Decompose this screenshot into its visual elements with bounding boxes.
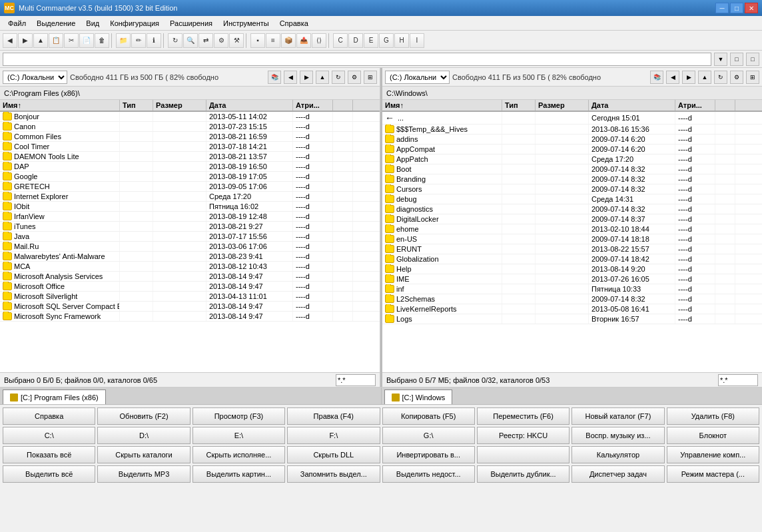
tb-drive-d[interactable]: D xyxy=(348,33,363,48)
btn-move[interactable]: Переместить (F6) xyxy=(477,407,570,425)
tb-up[interactable]: ▲ xyxy=(33,33,48,48)
right-col-type[interactable]: Тип xyxy=(502,100,536,111)
left-file-row[interactable]: Microsoft Office 2013-08-14 9:47 ----d xyxy=(0,282,380,292)
btn-drive-g[interactable]: G:\ xyxy=(382,427,475,444)
right-file-row[interactable]: Boot 2009-07-14 8:32 ----d xyxy=(382,164,762,174)
btn-select-all[interactable]: Выделить всё xyxy=(3,465,95,483)
right-file-row[interactable]: IME 2013-07-26 16:05 ----d xyxy=(382,274,762,284)
btn-drive-c[interactable]: C:\ xyxy=(3,427,95,444)
left-file-row[interactable]: Microsoft Silverlight 2013-04-13 11:01 -… xyxy=(0,292,380,302)
address-input[interactable] xyxy=(3,53,711,66)
left-file-row[interactable]: Java 2013-07-17 15:56 ----d xyxy=(0,232,380,242)
right-nav-back[interactable]: ◀ xyxy=(666,71,679,84)
right-file-row[interactable]: ← ... Сегодня 15:01 ----d xyxy=(382,112,762,125)
left-col-size[interactable]: Размер xyxy=(153,100,206,111)
left-tab-1[interactable]: [C:] Program Files (x86) xyxy=(3,390,106,404)
btn-save-sel[interactable]: Запомнить выдел... xyxy=(287,465,380,483)
tb-search[interactable]: 🔍 xyxy=(183,33,198,48)
menu-help[interactable]: Справка xyxy=(274,18,314,29)
right-file-row[interactable]: Globalization 2009-07-14 18:42 ----d xyxy=(382,254,762,264)
btn-hide-dll[interactable]: Скрыть DLL xyxy=(287,446,380,463)
left-file-row[interactable]: Cool Timer 2013-07-18 14:21 ----d xyxy=(0,142,380,152)
btn-drive-e[interactable]: E:\ xyxy=(192,427,285,444)
btn-show-all[interactable]: Показать всё xyxy=(3,446,95,463)
left-nav-back[interactable]: ◀ xyxy=(284,71,297,84)
menu-file[interactable]: Файл xyxy=(3,18,31,29)
left-nav-grid[interactable]: ⊞ xyxy=(364,71,377,84)
right-nav-bookmark[interactable]: 📚 xyxy=(650,71,663,84)
btn-newdir[interactable]: Новый каталог (F7) xyxy=(572,407,664,425)
tb-archive[interactable]: 📦 xyxy=(281,33,296,48)
right-file-row[interactable]: AppCompat 2009-07-14 6:20 ----d xyxy=(382,144,762,154)
left-col-type[interactable]: Тип xyxy=(120,100,153,111)
right-file-row[interactable]: diagnostics 2009-07-14 8:32 ----d xyxy=(382,204,762,214)
left-col-attr[interactable]: Атри... xyxy=(293,100,333,111)
left-col-name[interactable]: Имя↑ xyxy=(0,100,120,111)
right-file-row[interactable]: debug Среда 14:31 ----d xyxy=(382,194,762,204)
address-btn3[interactable]: □ xyxy=(746,53,759,66)
tb-settings[interactable]: ⚒ xyxy=(229,33,244,48)
left-file-row[interactable]: Internet Explorer Среда 17:20 ----d xyxy=(0,192,380,202)
tb-filter[interactable]: ⚙ xyxy=(214,33,228,48)
btn-delete[interactable]: Удалить (F8) xyxy=(667,407,759,425)
right-filter-input[interactable] xyxy=(718,374,758,386)
btn-help[interactable]: Справка xyxy=(3,407,95,425)
right-file-row[interactable]: DigitalLocker 2009-07-14 8:37 ----d xyxy=(382,214,762,224)
right-nav-forward[interactable]: ▶ xyxy=(682,71,695,84)
right-file-row[interactable]: ERUNT 2013-08-22 15:57 ----d xyxy=(382,244,762,254)
btn-invert[interactable]: Инвертировать в... xyxy=(382,446,475,463)
left-drive-select[interactable]: (C:) Локальни xyxy=(3,71,67,84)
left-file-row[interactable]: Bonjour 2013-05-11 14:02 ----d xyxy=(0,112,380,122)
left-filter-input[interactable] xyxy=(336,374,376,386)
btn-wizard[interactable]: Режим мастера (... xyxy=(667,465,759,483)
right-file-row[interactable]: Help 2013-08-14 9:20 ----d xyxy=(382,264,762,274)
right-drive-select[interactable]: (C:) Локальни xyxy=(385,71,450,84)
btn-music[interactable]: Воспр. музыку из... xyxy=(572,427,664,444)
btn-drive-f[interactable]: F:\ xyxy=(287,427,380,444)
left-file-row[interactable]: Common Files 2013-08-21 16:59 ----d xyxy=(0,132,380,142)
tb-cut[interactable]: ✂ xyxy=(64,33,79,48)
tb-drive-g[interactable]: G xyxy=(379,33,394,48)
left-col-date[interactable]: Дата xyxy=(206,100,293,111)
btn-refresh[interactable]: Обновить (F2) xyxy=(97,407,190,425)
right-col-date[interactable]: Дата xyxy=(589,100,675,111)
left-file-row[interactable]: DAEMON Tools Lite 2013-08-21 13:57 ----d xyxy=(0,152,380,162)
tb-drive-e[interactable]: E xyxy=(364,33,378,48)
tb-split[interactable]: ⟨⟩ xyxy=(312,33,326,48)
tb-new-folder[interactable]: 📁 xyxy=(116,33,131,48)
right-file-row[interactable]: $$$Temp_&&&_Hives 2013-08-16 15:36 ----d xyxy=(382,125,762,134)
menu-selection[interactable]: Выделение xyxy=(31,18,81,29)
btn-sel-dupes[interactable]: Выделить дублик... xyxy=(477,465,570,483)
tb-delete[interactable]: 🗑 xyxy=(95,33,109,48)
left-nav-up[interactable]: ▲ xyxy=(316,71,329,84)
left-file-row[interactable]: Microsoft Analysis Services 2013-08-14 9… xyxy=(0,272,380,282)
right-tab-1[interactable]: [C:] Windows xyxy=(384,390,453,404)
btn-view[interactable]: Просмотр (F3) xyxy=(192,407,285,425)
tb-extract[interactable]: 📤 xyxy=(296,33,311,48)
left-nav-refresh[interactable]: ↻ xyxy=(332,71,345,84)
right-file-row[interactable]: LiveKernelReports 2013-05-08 16:41 ----d xyxy=(382,304,762,314)
right-col-attr[interactable]: Атри... xyxy=(675,100,715,111)
menu-config[interactable]: Конфигурация xyxy=(105,18,165,29)
right-nav-refresh[interactable]: ↻ xyxy=(714,71,727,84)
left-file-row[interactable]: Mail.Ru 2013-03-06 17:06 ----d xyxy=(0,242,380,252)
address-btn2[interactable]: □ xyxy=(730,53,743,66)
menu-extensions[interactable]: Расширения xyxy=(165,18,218,29)
right-col-name[interactable]: Имя↑ xyxy=(382,100,502,111)
left-nav-forward[interactable]: ▶ xyxy=(300,71,313,84)
left-nav-settings[interactable]: ⚙ xyxy=(348,71,361,84)
left-file-row[interactable]: Microsoft SQL Server Compact Edition 201… xyxy=(0,302,380,312)
btn-hide-exe[interactable]: Скрыть исполняе... xyxy=(192,446,285,463)
left-file-row[interactable]: GRETECH 2013-09-05 17:06 ----d xyxy=(0,182,380,192)
tb-refresh[interactable]: ↻ xyxy=(168,33,183,48)
tb-properties[interactable]: ℹ xyxy=(147,33,161,48)
tb-drive-i[interactable]: I xyxy=(410,33,424,48)
right-file-row[interactable]: L2Schemas 2009-07-14 8:32 ----d xyxy=(382,294,762,304)
left-file-row[interactable]: IObit Пятница 16:02 ----d xyxy=(0,202,380,212)
tb-drive-c[interactable]: C xyxy=(333,33,348,48)
right-nav-up[interactable]: ▲ xyxy=(698,71,711,84)
right-file-row[interactable]: en-US 2009-07-14 18:18 ----d xyxy=(382,234,762,244)
right-file-row[interactable]: ehome 2013-02-10 18:44 ----d xyxy=(382,224,762,234)
btn-copy[interactable]: Копировать (F5) xyxy=(382,407,475,425)
minimize-button[interactable]: ─ xyxy=(715,3,729,13)
